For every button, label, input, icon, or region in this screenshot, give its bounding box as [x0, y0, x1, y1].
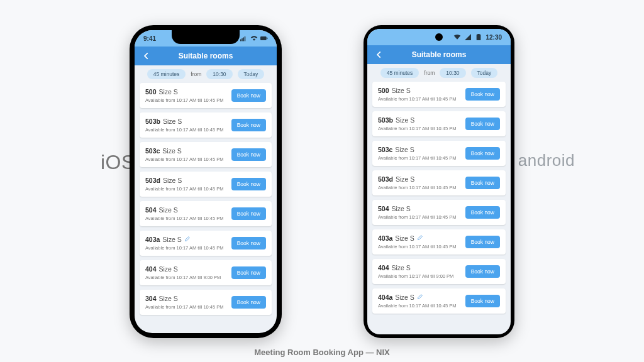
battery-icon [475, 34, 482, 40]
svg-rect-7 [478, 34, 480, 35]
room-card[interactable]: 503c Size SAvailable from 10:17 AM till … [140, 142, 272, 167]
stage: 9:41 Suitable rooms 45 minutes from 10:3… [0, 0, 644, 362]
book-now-button[interactable]: Book now [465, 147, 500, 160]
room-list[interactable]: 500 Size SAvailable from 10:17 AM till 1… [135, 80, 277, 333]
room-title: 304 Size S [145, 295, 231, 303]
svg-rect-3 [245, 36, 246, 41]
room-size: Size S [162, 236, 181, 244]
svg-rect-2 [243, 38, 245, 41]
room-card[interactable]: 500 Size SAvailable from 10:17 AM till 1… [372, 82, 506, 107]
svg-rect-0 [240, 40, 242, 41]
room-card[interactable]: 403a Size S Available from 10:17 AM till… [372, 229, 506, 255]
room-title: 403a Size S [378, 234, 465, 243]
room-title: 404 Size S [378, 264, 465, 272]
room-title: 503d Size S [145, 177, 231, 185]
room-size: Size S [159, 265, 178, 273]
filter-day[interactable]: Today [471, 68, 498, 78]
room-card[interactable]: 504 Size SAvailable from 10:17 AM till 1… [140, 201, 272, 226]
room-availability: Available from 10:17 AM till 10:45 PM [378, 303, 465, 309]
filter-time[interactable]: 10:30 [206, 69, 232, 79]
room-size: Size S [395, 146, 414, 154]
room-number: 503d [145, 177, 160, 185]
room-number: 503b [145, 118, 160, 126]
caption: Meeting Room Booking App — NIX [0, 348, 644, 357]
battery-icon [260, 35, 268, 41]
svg-rect-6 [477, 35, 481, 40]
book-now-button[interactable]: Book now [465, 206, 500, 219]
book-now-button[interactable]: Book now [465, 265, 500, 278]
room-size: Size S [162, 147, 181, 155]
room-info: 403a Size S Available from 10:17 AM till… [378, 234, 465, 250]
room-size: Size S [163, 118, 182, 126]
room-info: 500 Size SAvailable from 10:17 AM till 1… [145, 88, 231, 103]
room-card[interactable]: 500 Size SAvailable from 10:17 AM till 1… [140, 83, 272, 108]
room-availability: Available from 10:17 AM till 10:45 PM [145, 186, 231, 192]
room-card[interactable]: 403a Size S Available from 10:17 AM till… [140, 231, 272, 256]
room-card[interactable]: 503b Size SAvailable from 10:17 AM till … [140, 112, 272, 138]
chevron-left-icon [142, 52, 151, 60]
room-title: 503c Size S [378, 146, 465, 154]
book-now-button[interactable]: Book now [231, 296, 266, 309]
book-now-button[interactable]: Book now [465, 177, 500, 189]
room-title: 404 Size S [145, 265, 231, 273]
navbar: Suitable rooms [135, 47, 277, 65]
room-card[interactable]: 404 Size SAvailable from 10:17 AM till 9… [140, 260, 272, 285]
room-info: 503d Size SAvailable from 10:17 AM till … [145, 177, 231, 192]
room-title: 503d Size S [378, 175, 465, 184]
filter-duration[interactable]: 45 minutes [147, 69, 186, 79]
room-availability: Available from 10:17 AM till 10:45 PM [145, 97, 231, 103]
room-size: Size S [396, 175, 414, 184]
filter-duration[interactable]: 45 minutes [380, 68, 419, 78]
svg-rect-1 [242, 38, 243, 41]
room-number: 503c [145, 147, 160, 155]
wifi-icon [250, 35, 258, 41]
back-button[interactable] [141, 50, 152, 62]
room-size: Size S [159, 206, 178, 214]
room-card[interactable]: 304 Size SAvailable from 10:17 AM till 1… [140, 290, 272, 315]
iphone-notch [172, 30, 240, 44]
filter-day[interactable]: Today [238, 69, 265, 79]
book-now-button[interactable]: Book now [465, 118, 500, 130]
room-info: 503c Size SAvailable from 10:17 AM till … [378, 146, 465, 161]
room-number: 304 [145, 295, 157, 303]
book-now-button[interactable]: Book now [231, 207, 266, 220]
book-now-button[interactable]: Book now [231, 119, 266, 131]
filter-time[interactable]: 10:30 [440, 68, 465, 78]
room-info: 503c Size SAvailable from 10:17 AM till … [145, 147, 231, 162]
book-now-button[interactable]: Book now [231, 89, 266, 102]
book-now-button[interactable]: Book now [231, 266, 266, 279]
book-now-button[interactable]: Book now [465, 88, 500, 101]
room-title: 500 Size S [145, 88, 231, 96]
book-now-button[interactable]: Book now [231, 178, 266, 190]
room-size: Size S [395, 293, 414, 302]
room-card[interactable]: 503c Size SAvailable from 10:17 AM till … [372, 141, 506, 166]
room-card[interactable]: 404a Size S Available from 10:17 AM till… [372, 288, 506, 314]
android-screen: 12:30 Suitable rooms 45 minutes from 10:… [367, 29, 511, 334]
room-card[interactable]: 503d Size SAvailable from 10:17 AM till … [140, 172, 272, 197]
room-info: 500 Size SAvailable from 10:17 AM till 1… [378, 87, 465, 102]
room-card[interactable]: 503d Size SAvailable from 10:17 AM till … [372, 170, 506, 195]
room-title: 504 Size S [378, 205, 465, 213]
filter-bar: 45 minutes from 10:30 Today [135, 65, 277, 80]
room-card[interactable]: 504 Size SAvailable from 10:17 AM till 1… [372, 200, 506, 225]
room-number: 503c [378, 146, 392, 154]
room-number: 503b [378, 116, 393, 124]
chevron-left-icon [375, 50, 384, 59]
pencil-icon [417, 234, 423, 243]
back-button[interactable] [374, 49, 385, 60]
book-now-button[interactable]: Book now [231, 237, 266, 250]
room-size: Size S [395, 234, 414, 243]
room-info: 404 Size SAvailable from 10:17 AM till 9… [378, 264, 465, 279]
room-number: 404 [145, 265, 157, 273]
room-card[interactable]: 404 Size SAvailable from 10:17 AM till 9… [372, 259, 506, 284]
room-card[interactable]: 503b Size SAvailable from 10:17 AM till … [372, 111, 506, 136]
book-now-button[interactable]: Book now [465, 236, 500, 248]
room-list[interactable]: 500 Size SAvailable from 10:17 AM till 1… [367, 79, 511, 334]
room-info: 504 Size SAvailable from 10:17 AM till 1… [378, 205, 465, 220]
pencil-icon [417, 293, 423, 302]
book-now-button[interactable]: Book now [465, 295, 500, 307]
signal-icon [464, 34, 472, 40]
book-now-button[interactable]: Book now [231, 148, 266, 161]
room-number: 403a [378, 234, 392, 243]
room-availability: Available from 10:17 AM till 9:00 PM [378, 273, 465, 279]
